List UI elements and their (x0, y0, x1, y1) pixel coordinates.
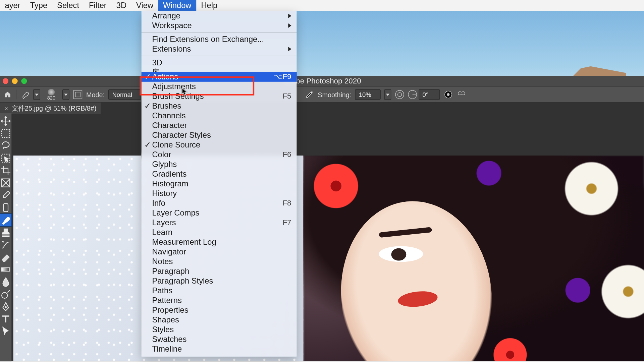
tool-preset-dropdown[interactable] (33, 89, 40, 100)
close-window-button[interactable] (3, 78, 8, 84)
menu-item-measurement-log[interactable]: Measurement Log (142, 237, 297, 247)
brush-preview[interactable]: 820 (44, 89, 59, 100)
eraser-tool[interactable] (0, 251, 11, 263)
airbrush-icon[interactable] (305, 90, 314, 100)
window-menu: ArrangeWorkspaceFind Extensions on Excha… (142, 11, 297, 357)
menu-item-notes[interactable]: Notes (142, 257, 297, 266)
home-icon[interactable] (3, 90, 12, 100)
menu-item-histogram[interactable]: Histogram (142, 179, 297, 189)
lasso-tool[interactable] (0, 139, 11, 152)
menu-3d[interactable]: 3D (111, 0, 131, 11)
menu-item-extensions[interactable]: Extensions (142, 44, 297, 54)
window-titlebar[interactable]: Adobe Photoshop 2020 (0, 76, 644, 87)
brush-preset-dropdown[interactable] (62, 89, 69, 100)
pen-tool[interactable] (0, 300, 11, 313)
menu-item-actions[interactable]: ✓Actions⌥F9 (142, 72, 297, 82)
menu-ayer[interactable]: ayer (0, 0, 25, 11)
menu-item-brushes[interactable]: ✓Brushes (142, 101, 297, 111)
healing-tool[interactable] (0, 201, 11, 214)
menu-item-label: Layers (152, 218, 176, 227)
menu-item-find-extensions-on-exchange-[interactable]: Find Extensions on Exchange... (142, 35, 297, 44)
menu-item-3d[interactable]: 3D (142, 58, 297, 68)
dodge-tool[interactable] (0, 288, 11, 300)
menu-item-patterns[interactable]: Patterns (142, 296, 297, 305)
menu-item-brush-settings[interactable]: Brush SettingsF5 (142, 92, 297, 101)
menu-item-gradients[interactable]: Gradients (142, 169, 297, 179)
menu-item-paths[interactable]: Paths (142, 286, 297, 296)
menu-view[interactable]: View (131, 0, 158, 11)
document-tab[interactable]: × 文件25.jpg @ 51% (RGB/8#) (0, 103, 101, 114)
menu-type[interactable]: Type (25, 0, 52, 11)
pressure-size-icon[interactable] (443, 90, 453, 100)
menu-item-layers[interactable]: LayersF7 (142, 218, 297, 228)
menu-item-character[interactable]: Character (142, 121, 297, 130)
type-tool[interactable] (0, 313, 11, 325)
mode-select[interactable]: Normal (108, 89, 141, 100)
minimize-window-button[interactable] (12, 78, 18, 84)
menu-item-timeline[interactable]: Timeline (142, 344, 297, 354)
menu-item-label: History (152, 189, 177, 198)
crop-tool[interactable] (0, 164, 11, 177)
menu-item-label: Brush Settings (152, 92, 204, 101)
menu-item-label: Brushes (152, 102, 181, 110)
menu-item-color[interactable]: ColorF6 (142, 150, 297, 160)
smoothing-options-icon[interactable] (394, 90, 404, 100)
brush-tip-icon[interactable] (20, 90, 30, 100)
menu-help[interactable]: Help (196, 0, 222, 11)
svg-point-2 (447, 93, 449, 96)
frame-tool[interactable] (0, 177, 11, 189)
menu-item-styles[interactable]: Styles (142, 325, 297, 335)
menu-filter[interactable]: Filter (84, 0, 112, 11)
brush-panel-icon[interactable] (73, 90, 83, 100)
menu-window[interactable]: Window (158, 0, 196, 11)
menu-item-history[interactable]: History (142, 189, 297, 198)
menu-item--[interactable]: 库 (142, 68, 297, 72)
menu-item-label: Glyphs (152, 160, 177, 169)
menu-item-label: Arrange (152, 11, 180, 20)
menu-item-paragraph[interactable]: Paragraph (142, 266, 297, 276)
menu-item-properties[interactable]: Properties (142, 305, 297, 315)
menu-item-navigator[interactable]: Navigator (142, 247, 297, 257)
brush-tool[interactable] (0, 214, 11, 226)
menu-item-info[interactable]: InfoF8 (142, 198, 297, 208)
menu-item-layer-comps[interactable]: Layer Comps (142, 208, 297, 218)
smoothing-value[interactable]: 10% (355, 89, 380, 100)
menu-item-workspace[interactable]: Workspace (142, 21, 297, 31)
object-select-tool[interactable] (0, 152, 11, 164)
eyedropper-tool[interactable] (0, 189, 11, 201)
menu-item-glyphs[interactable]: Glyphs (142, 160, 297, 169)
path-select-tool[interactable] (0, 325, 11, 338)
symmetry-icon[interactable] (457, 90, 466, 100)
move-tool[interactable] (0, 115, 11, 127)
desktop-wallpaper (0, 11, 644, 77)
history-brush-tool[interactable] (0, 239, 11, 251)
menu-select[interactable]: Select (52, 0, 84, 11)
menu-item-shapes[interactable]: Shapes (142, 315, 297, 325)
submenu-arrow-icon (288, 14, 291, 18)
menu-item-channels[interactable]: Channels (142, 111, 297, 121)
menu-item-character-styles[interactable]: Character Styles (142, 130, 297, 140)
smoothing-dropdown[interactable] (384, 89, 391, 100)
gradient-tool[interactable] (0, 263, 11, 276)
angle-value[interactable]: 0° (419, 89, 440, 100)
menu-item-paragraph-styles[interactable]: Paragraph Styles (142, 276, 297, 286)
options-bar: 820 Mode: Normal Smoothing: 10% 0° (0, 86, 644, 102)
menu-item-label: Clone Source (152, 140, 200, 149)
menu-item-adjustments[interactable]: Adjustments (142, 82, 297, 92)
zoom-window-button[interactable] (21, 78, 27, 84)
menu-item-arrange[interactable]: Arrange (142, 11, 297, 21)
menu-item-learn[interactable]: Learn (142, 228, 297, 237)
marquee-tool[interactable] (0, 127, 11, 140)
toolbar (0, 113, 11, 361)
brush-size-value: 820 (47, 96, 55, 100)
stamp-tool[interactable] (0, 226, 11, 239)
close-tab-icon[interactable]: × (4, 105, 8, 112)
brush-angle[interactable]: 0° (408, 89, 440, 100)
blur-tool[interactable] (0, 276, 11, 288)
svg-rect-7 (2, 268, 10, 271)
svg-rect-3 (2, 129, 10, 137)
canvas[interactable] (13, 156, 644, 361)
menu-item-clone-source[interactable]: ✓Clone Source (142, 140, 297, 150)
menu-item-swatches[interactable]: Swatches (142, 335, 297, 344)
check-icon: ✓ (144, 72, 151, 82)
